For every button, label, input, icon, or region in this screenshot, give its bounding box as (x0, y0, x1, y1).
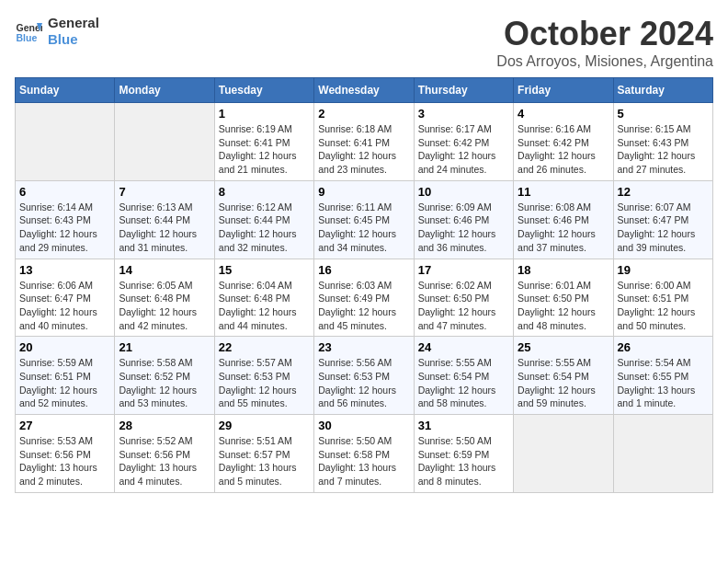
calendar-cell: 28Sunrise: 5:52 AMSunset: 6:56 PMDayligh… (115, 415, 214, 493)
day-number: 30 (318, 419, 409, 432)
month-title: October 2024 (496, 15, 713, 53)
day-number: 11 (518, 185, 609, 199)
day-info: Sunrise: 5:50 AMSunset: 6:59 PMDaylight:… (418, 434, 509, 488)
calendar-cell: 13Sunrise: 6:06 AMSunset: 6:47 PMDayligh… (16, 259, 115, 337)
day-number: 28 (119, 419, 210, 432)
calendar-cell: 8Sunrise: 6:12 AMSunset: 6:44 PMDaylight… (214, 180, 313, 259)
day-number: 12 (618, 185, 709, 199)
page-header: General Blue General Blue October 2024 D… (15, 15, 713, 70)
day-info: Sunrise: 5:57 AMSunset: 6:53 PMDaylight:… (219, 356, 310, 410)
calendar-week-row: 20Sunrise: 5:59 AMSunset: 6:51 PMDayligh… (16, 337, 713, 415)
calendar-week-row: 6Sunrise: 6:14 AMSunset: 6:43 PMDaylight… (16, 180, 713, 259)
day-info: Sunrise: 6:00 AMSunset: 6:51 PMDaylight:… (618, 279, 709, 333)
calendar-cell: 24Sunrise: 5:55 AMSunset: 6:54 PMDayligh… (414, 337, 513, 415)
calendar-cell: 3Sunrise: 6:17 AMSunset: 6:42 PMDaylight… (414, 103, 513, 181)
day-of-week-header: Thursday (414, 78, 513, 103)
day-number: 16 (318, 263, 409, 277)
day-info: Sunrise: 5:55 AMSunset: 6:54 PMDaylight:… (418, 356, 509, 410)
calendar-cell: 21Sunrise: 5:58 AMSunset: 6:52 PMDayligh… (115, 337, 214, 415)
calendar-cell: 18Sunrise: 6:01 AMSunset: 6:50 PMDayligh… (514, 259, 613, 337)
calendar-cell: 6Sunrise: 6:14 AMSunset: 6:43 PMDaylight… (16, 180, 115, 259)
day-number: 13 (19, 263, 110, 277)
day-number: 20 (19, 340, 110, 354)
calendar-cell: 1Sunrise: 6:19 AMSunset: 6:41 PMDaylight… (214, 103, 313, 181)
day-info: Sunrise: 6:02 AMSunset: 6:50 PMDaylight:… (418, 279, 509, 333)
calendar-cell: 9Sunrise: 6:11 AMSunset: 6:45 PMDaylight… (314, 180, 414, 259)
calendar-cell: 30Sunrise: 5:50 AMSunset: 6:58 PMDayligh… (314, 415, 414, 493)
day-info: Sunrise: 6:04 AMSunset: 6:48 PMDaylight:… (219, 279, 310, 333)
calendar-cell: 17Sunrise: 6:02 AMSunset: 6:50 PMDayligh… (414, 259, 513, 337)
calendar-cell: 12Sunrise: 6:07 AMSunset: 6:47 PMDayligh… (613, 180, 712, 259)
calendar-cell: 2Sunrise: 6:18 AMSunset: 6:41 PMDaylight… (314, 103, 414, 181)
day-info: Sunrise: 5:56 AMSunset: 6:53 PMDaylight:… (318, 356, 409, 410)
day-number: 26 (618, 340, 709, 354)
calendar-header-row: SundayMondayTuesdayWednesdayThursdayFrid… (16, 78, 713, 103)
day-info: Sunrise: 6:13 AMSunset: 6:44 PMDaylight:… (119, 201, 210, 255)
calendar-cell: 27Sunrise: 5:53 AMSunset: 6:56 PMDayligh… (16, 415, 115, 493)
calendar-cell: 7Sunrise: 6:13 AMSunset: 6:44 PMDaylight… (115, 180, 214, 259)
day-number: 23 (318, 340, 409, 354)
day-number: 15 (219, 263, 310, 277)
calendar-cell: 19Sunrise: 6:00 AMSunset: 6:51 PMDayligh… (613, 259, 712, 337)
day-info: Sunrise: 5:51 AMSunset: 6:57 PMDaylight:… (219, 434, 310, 488)
day-info: Sunrise: 6:11 AMSunset: 6:45 PMDaylight:… (318, 201, 409, 255)
day-number: 29 (219, 419, 310, 432)
logo: General Blue General Blue (15, 15, 99, 48)
calendar-cell (16, 103, 115, 181)
day-number: 1 (219, 107, 310, 121)
day-number: 18 (518, 263, 609, 277)
day-info: Sunrise: 6:14 AMSunset: 6:43 PMDaylight:… (19, 201, 110, 255)
day-info: Sunrise: 6:18 AMSunset: 6:41 PMDaylight:… (318, 122, 409, 177)
day-number: 3 (418, 107, 509, 121)
calendar-body: 1Sunrise: 6:19 AMSunset: 6:41 PMDaylight… (16, 103, 713, 493)
logo-blue: Blue (48, 31, 99, 48)
day-of-week-header: Sunday (16, 78, 115, 103)
svg-text:Blue: Blue (17, 32, 38, 43)
day-info: Sunrise: 6:12 AMSunset: 6:44 PMDaylight:… (219, 201, 310, 255)
calendar-cell: 29Sunrise: 5:51 AMSunset: 6:57 PMDayligh… (214, 415, 313, 493)
day-of-week-header: Friday (514, 78, 613, 103)
title-block: October 2024 Dos Arroyos, Misiones, Arge… (496, 15, 713, 70)
day-info: Sunrise: 6:03 AMSunset: 6:49 PMDaylight:… (318, 279, 409, 333)
logo-icon: General Blue (15, 17, 42, 45)
day-info: Sunrise: 6:15 AMSunset: 6:43 PMDaylight:… (618, 122, 709, 177)
day-info: Sunrise: 5:53 AMSunset: 6:56 PMDaylight:… (19, 434, 110, 488)
calendar-week-row: 27Sunrise: 5:53 AMSunset: 6:56 PMDayligh… (16, 415, 713, 493)
day-info: Sunrise: 6:19 AMSunset: 6:41 PMDaylight:… (219, 122, 310, 177)
day-number: 9 (318, 185, 409, 199)
calendar-cell: 14Sunrise: 6:05 AMSunset: 6:48 PMDayligh… (115, 259, 214, 337)
day-of-week-header: Saturday (613, 78, 712, 103)
calendar-cell: 25Sunrise: 5:55 AMSunset: 6:54 PMDayligh… (514, 337, 613, 415)
day-info: Sunrise: 6:16 AMSunset: 6:42 PMDaylight:… (518, 122, 609, 177)
calendar-cell: 11Sunrise: 6:08 AMSunset: 6:46 PMDayligh… (514, 180, 613, 259)
day-info: Sunrise: 5:52 AMSunset: 6:56 PMDaylight:… (119, 434, 210, 488)
day-number: 5 (618, 107, 709, 121)
day-number: 8 (219, 185, 310, 199)
day-info: Sunrise: 5:55 AMSunset: 6:54 PMDaylight:… (518, 356, 609, 410)
day-info: Sunrise: 5:59 AMSunset: 6:51 PMDaylight:… (19, 356, 110, 410)
calendar-cell: 15Sunrise: 6:04 AMSunset: 6:48 PMDayligh… (214, 259, 313, 337)
calendar-cell: 22Sunrise: 5:57 AMSunset: 6:53 PMDayligh… (214, 337, 313, 415)
location-subtitle: Dos Arroyos, Misiones, Argentina (496, 53, 713, 70)
day-info: Sunrise: 5:54 AMSunset: 6:55 PMDaylight:… (618, 356, 709, 410)
day-info: Sunrise: 5:58 AMSunset: 6:52 PMDaylight:… (119, 356, 210, 410)
day-number: 4 (518, 107, 609, 121)
calendar-cell: 4Sunrise: 6:16 AMSunset: 6:42 PMDaylight… (514, 103, 613, 181)
day-number: 24 (418, 340, 509, 354)
calendar-cell: 5Sunrise: 6:15 AMSunset: 6:43 PMDaylight… (613, 103, 712, 181)
calendar-week-row: 13Sunrise: 6:06 AMSunset: 6:47 PMDayligh… (16, 259, 713, 337)
day-number: 25 (518, 340, 609, 354)
day-info: Sunrise: 6:08 AMSunset: 6:46 PMDaylight:… (518, 201, 609, 255)
day-info: Sunrise: 6:06 AMSunset: 6:47 PMDaylight:… (19, 279, 110, 333)
calendar-cell: 23Sunrise: 5:56 AMSunset: 6:53 PMDayligh… (314, 337, 414, 415)
day-number: 6 (19, 185, 110, 199)
calendar-table: SundayMondayTuesdayWednesdayThursdayFrid… (15, 77, 713, 493)
calendar-cell: 10Sunrise: 6:09 AMSunset: 6:46 PMDayligh… (414, 180, 513, 259)
day-number: 21 (119, 340, 210, 354)
day-number: 19 (618, 263, 709, 277)
day-info: Sunrise: 6:07 AMSunset: 6:47 PMDaylight:… (618, 201, 709, 255)
day-info: Sunrise: 6:05 AMSunset: 6:48 PMDaylight:… (119, 279, 210, 333)
calendar-week-row: 1Sunrise: 6:19 AMSunset: 6:41 PMDaylight… (16, 103, 713, 181)
day-info: Sunrise: 6:09 AMSunset: 6:46 PMDaylight:… (418, 201, 509, 255)
calendar-cell (514, 415, 613, 493)
